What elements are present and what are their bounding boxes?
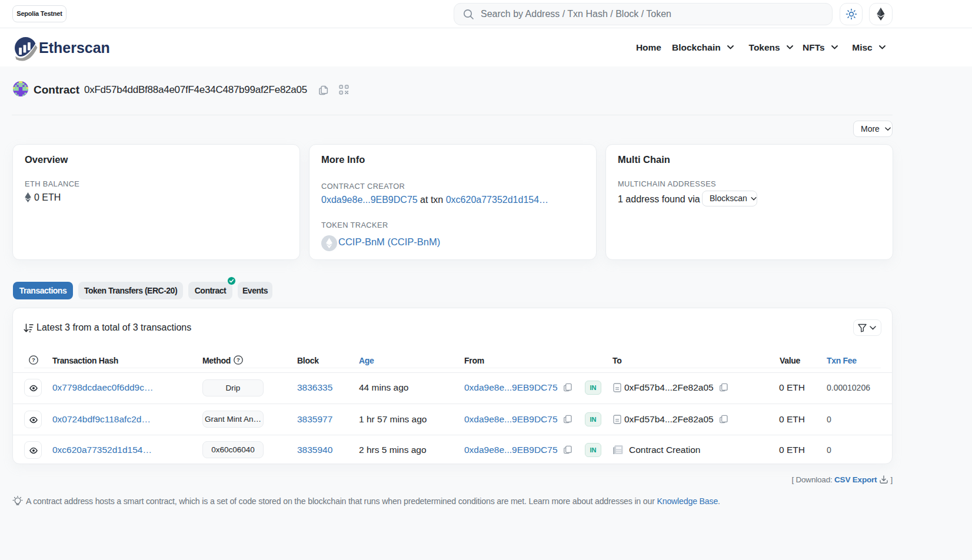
- svg-text:?: ?: [32, 356, 35, 363]
- svg-text:?: ?: [237, 356, 240, 363]
